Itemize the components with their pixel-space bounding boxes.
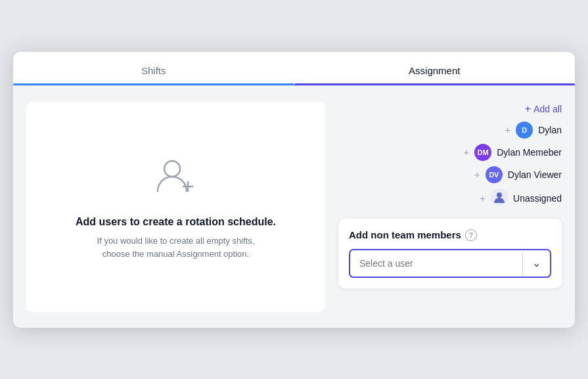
non-team-title: Add non team members ? <box>349 229 551 241</box>
right-panel: + Add all + D Dylan + DM Dylan Memeber <box>338 102 562 312</box>
add-user-illustration <box>152 153 200 203</box>
user-list: + Add all + D Dylan + DM Dylan Memeber <box>338 102 562 208</box>
add-all-label: Add all <box>533 104 562 114</box>
user-item-dylan[interactable]: + D Dylan <box>505 122 562 139</box>
main-window: Shifts Assignment Add users to create a … <box>13 52 575 328</box>
user-item-unassigned[interactable]: + Unassigned <box>480 189 562 208</box>
help-icon[interactable]: ? <box>465 229 477 241</box>
non-team-card: Add non team members ? ⌄ <box>338 219 562 288</box>
left-panel: Add users to create a rotation schedule.… <box>26 102 325 312</box>
left-panel-title: Add users to create a rotation schedule. <box>76 216 276 228</box>
avatar-unassigned <box>491 189 508 208</box>
select-user-input[interactable] <box>350 250 522 277</box>
tab-assignment-label: Assignment <box>409 65 460 76</box>
user-name-unassigned: Unassigned <box>513 193 562 204</box>
select-user-wrapper[interactable]: ⌄ <box>349 249 551 278</box>
user-name-dylan: Dylan <box>538 125 562 135</box>
main-content: Add users to create a rotation schedule.… <box>13 86 575 312</box>
avatar-dylan-member: DM <box>474 144 491 161</box>
user-name-dylan-viewer: Dylan Viewer <box>508 169 562 180</box>
add-all-plus-icon: + <box>525 103 531 115</box>
plus-icon-dylan-member: + <box>463 146 469 158</box>
left-panel-description: If you would like to create all empty sh… <box>91 234 261 260</box>
user-name-dylan-member: Dylan Memeber <box>497 147 562 158</box>
tab-shifts-label: Shifts <box>141 65 166 76</box>
user-item-dylan-member[interactable]: + DM Dylan Memeber <box>463 144 562 161</box>
avatar-dylan: D <box>516 122 533 139</box>
tabs-bar: Shifts Assignment <box>13 52 575 86</box>
plus-icon-dylan-viewer: + <box>474 169 480 180</box>
non-team-title-text: Add non team members <box>349 229 461 240</box>
plus-icon-dylan: + <box>505 124 510 135</box>
tab-assignment[interactable]: Assignment <box>294 52 576 85</box>
user-item-dylan-viewer[interactable]: + DV Dylan Viewer <box>474 166 562 183</box>
plus-icon-unassigned: + <box>480 192 486 204</box>
chevron-down-icon: ⌄ <box>532 257 541 269</box>
add-all-button[interactable]: + Add all <box>525 102 562 116</box>
avatar-dylan-viewer: DV <box>486 166 503 183</box>
svg-point-0 <box>164 161 180 177</box>
tab-shifts[interactable]: Shifts <box>13 52 294 85</box>
chevron-down-button[interactable]: ⌄ <box>523 257 550 269</box>
svg-point-4 <box>497 192 502 198</box>
